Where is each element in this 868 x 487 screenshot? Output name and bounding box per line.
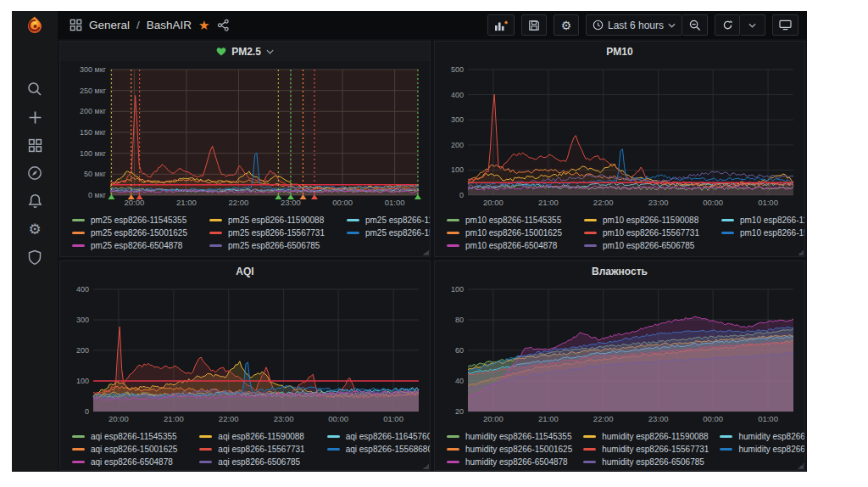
legend-item[interactable]: aqi esp8266-11645760 xyxy=(327,430,430,443)
legend-item[interactable]: humidity esp8266-15001625 xyxy=(447,443,572,456)
sidebar-item-server-admin[interactable] xyxy=(24,249,46,265)
breadcrumb-separator: / xyxy=(136,19,140,31)
legend-item[interactable]: pm25 esp8266-6504878 xyxy=(72,239,187,252)
time-series-chart-humidity[interactable]: 2040608010020:0021:0022:0023:0000:0001:0… xyxy=(441,283,798,425)
svg-text:20:00: 20:00 xyxy=(483,198,504,207)
legend-label: pm10 esp8266-15567731 xyxy=(603,227,699,239)
legend-item[interactable]: pm10 esp8266-15568680 xyxy=(721,227,804,239)
legend-item[interactable]: pm10 esp8266-11545355 xyxy=(447,214,562,227)
legend-color-dash xyxy=(447,461,459,463)
panel-resize-handle[interactable] xyxy=(423,249,429,255)
svg-text:22:00: 22:00 xyxy=(229,198,249,207)
legend-color-dash xyxy=(583,461,596,463)
legend-color-dash xyxy=(721,219,734,221)
favorite-star-icon[interactable]: ★ xyxy=(198,19,209,31)
refresh-button[interactable] xyxy=(715,14,740,36)
sidebar-item-configuration[interactable]: ⚙ xyxy=(24,221,46,237)
breadcrumb-folder[interactable]: General xyxy=(89,19,130,31)
sidebar-item-search[interactable] xyxy=(24,81,46,97)
legend-item[interactable]: pm25 esp8266-11590088 xyxy=(209,214,325,227)
save-dashboard-button[interactable] xyxy=(521,14,547,36)
legend-item[interactable]: humidity esp8266-11645760 xyxy=(720,430,804,443)
sidebar-item-create[interactable] xyxy=(24,109,46,125)
legend-color-dash xyxy=(72,461,85,463)
share-icon[interactable] xyxy=(217,19,230,31)
svg-text:300: 300 xyxy=(76,316,89,324)
legend-color-dash xyxy=(447,448,459,451)
refresh-icon xyxy=(722,20,733,31)
gear-icon: ⚙ xyxy=(28,222,41,237)
legend-color-dash xyxy=(584,232,597,234)
legend-color-dash xyxy=(327,448,340,451)
breadcrumb-dashboard-title[interactable]: BashAIR xyxy=(147,19,192,31)
sidebar-item-explore[interactable] xyxy=(24,165,46,181)
svg-text:40: 40 xyxy=(455,377,464,385)
svg-text:21:00: 21:00 xyxy=(164,414,184,423)
legend-label: aqi esp8266-11590088 xyxy=(218,430,304,443)
panel-resize-handle[interactable] xyxy=(798,463,804,469)
legend-item[interactable]: pm10 esp8266-15567731 xyxy=(584,227,699,239)
panel-title: Влажность xyxy=(592,266,648,277)
grafana-logo[interactable] xyxy=(12,11,58,39)
panel-resize-handle[interactable] xyxy=(798,249,804,255)
cycle-view-button[interactable] xyxy=(772,14,798,36)
legend-label: pm25 esp8266-11590088 xyxy=(228,214,324,227)
legend-item[interactable]: aqi esp8266-6504878 xyxy=(72,456,177,468)
refresh-interval-button[interactable] xyxy=(740,14,765,36)
legend-item[interactable]: pm10 esp8266-11590088 xyxy=(584,214,699,227)
legend-item[interactable]: humidity esp8266-11590088 xyxy=(583,430,709,443)
legend-item[interactable]: aqi esp8266-6506785 xyxy=(199,456,304,468)
legend-item[interactable]: pm10 esp8266-15001625 xyxy=(447,227,562,239)
legend-item[interactable]: humidity esp8266-6506785 xyxy=(583,456,709,468)
legend-item[interactable]: pm25 esp8266-15568680 xyxy=(347,227,430,239)
svg-text:21:00: 21:00 xyxy=(538,414,559,423)
svg-text:500: 500 xyxy=(451,65,464,74)
gear-icon: ⚙ xyxy=(561,20,572,31)
legend-label: pm10 esp8266-11545355 xyxy=(465,214,561,227)
legend-item[interactable]: pm25 esp8266-11545355 xyxy=(72,214,187,227)
sidebar-item-alerting[interactable] xyxy=(24,193,46,209)
legend-item[interactable]: pm10 esp8266-6504878 xyxy=(447,239,562,252)
legend-item[interactable]: aqi esp8266-15568680 xyxy=(327,443,430,456)
time-range-button[interactable]: Last 6 hours xyxy=(586,14,682,36)
svg-text:0: 0 xyxy=(85,407,89,416)
panel-resize-handle[interactable] xyxy=(423,463,429,469)
legend-item[interactable]: humidity esp8266-15568680 xyxy=(720,443,804,456)
sidebar-item-dashboards[interactable] xyxy=(24,137,46,153)
save-icon xyxy=(528,20,540,31)
legend-item[interactable]: pm25 esp8266-15567731 xyxy=(209,227,325,239)
legend-item[interactable]: aqi esp8266-15567731 xyxy=(199,443,304,456)
legend-item[interactable]: humidity esp8266-6504878 xyxy=(447,456,572,468)
legend-color-dash xyxy=(72,232,85,234)
time-series-chart-pm10[interactable]: 010020030040050020:0021:0022:0023:0000:0… xyxy=(441,63,798,209)
legend-color-dash xyxy=(72,219,85,221)
svg-text:01:00: 01:00 xyxy=(758,198,778,207)
legend-item[interactable]: pm25 esp8266-6506785 xyxy=(209,239,325,252)
legend-item[interactable]: aqi esp8266-15001625 xyxy=(72,443,177,456)
dashboard-settings-button[interactable]: ⚙ xyxy=(554,14,579,36)
legend-item[interactable]: humidity esp8266-11545355 xyxy=(447,430,572,443)
panel-header-pm10[interactable]: PM10 xyxy=(435,42,804,61)
legend-item[interactable]: pm25 esp8266-11645760 xyxy=(347,214,430,227)
svg-text:200: 200 xyxy=(76,346,89,355)
add-panel-button[interactable] xyxy=(487,14,515,36)
panel-header-aqi[interactable]: AQI xyxy=(60,261,430,281)
time-series-chart-aqi[interactable]: 010020030040020:0021:0022:0023:0000:0001… xyxy=(66,283,424,425)
legend-item[interactable]: humidity esp8266-15567731 xyxy=(583,443,709,456)
legend-label: humidity esp8266-15568680 xyxy=(738,443,804,456)
svg-text:20:00: 20:00 xyxy=(108,414,129,423)
legend-color-dash xyxy=(720,435,732,438)
legend-item[interactable]: pm10 esp8266-6506785 xyxy=(584,239,699,252)
time-series-chart-pm25[interactable]: 0 мкг50 мкг100 мкг150 мкг200 мкг250 мкг3… xyxy=(66,63,424,209)
legend-label: pm10 esp8266-6504878 xyxy=(465,239,557,252)
legend-item[interactable]: aqi esp8266-11545355 xyxy=(72,430,177,443)
top-nav: General / BashAIR ★ xyxy=(12,11,807,39)
panel-header-humidity[interactable]: Влажность xyxy=(435,261,804,281)
legend-item[interactable]: pm10 esp8266-11645760 xyxy=(721,214,804,227)
legend-label: pm25 esp8266-6504878 xyxy=(91,239,182,252)
zoom-out-button[interactable] xyxy=(682,14,708,36)
legend-item[interactable]: aqi esp8266-11590088 xyxy=(199,430,304,443)
svg-text:150 мкг: 150 мкг xyxy=(80,128,107,137)
legend-item[interactable]: pm25 esp8266-15001625 xyxy=(72,227,187,239)
panel-header-pm25[interactable]: PM2.5 xyxy=(60,42,430,61)
